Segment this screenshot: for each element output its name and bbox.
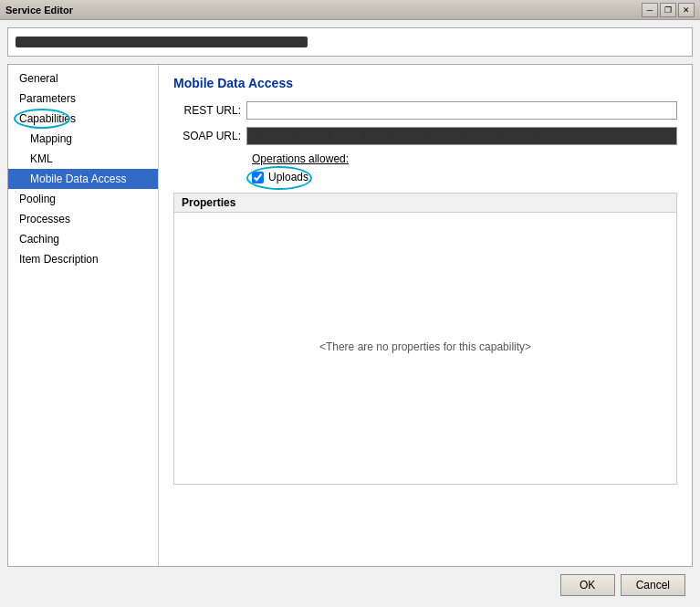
section-title: Mobile Data Access bbox=[173, 76, 677, 90]
restore-button[interactable]: ❐ bbox=[660, 3, 676, 17]
sidebar-item-kml-label: KML bbox=[30, 152, 53, 165]
sidebar: General Parameters Capabilities Mapping … bbox=[8, 65, 159, 566]
soap-url-input[interactable] bbox=[246, 127, 677, 145]
properties-panel: Properties <There are no properties for … bbox=[173, 193, 677, 485]
no-properties-text: <There are no properties for this capabi… bbox=[319, 340, 531, 353]
sidebar-item-mobile-data-access[interactable]: Mobile Data Access bbox=[8, 169, 158, 189]
soap-url-label: SOAP URL: bbox=[173, 130, 246, 142]
sidebar-item-general-label: General bbox=[19, 72, 58, 85]
sidebar-item-item-description-label: Item Description bbox=[19, 253, 99, 266]
soap-url-row: SOAP URL: bbox=[173, 127, 677, 145]
sidebar-item-processes[interactable]: Processes bbox=[8, 209, 158, 229]
sidebar-item-parameters-label: Parameters bbox=[19, 92, 76, 105]
ok-button[interactable]: OK bbox=[560, 574, 615, 596]
sidebar-item-processes-label: Processes bbox=[19, 213, 70, 225]
sidebar-item-item-description[interactable]: Item Description bbox=[8, 249, 158, 269]
rest-url-row: REST URL: bbox=[173, 101, 677, 120]
content-area: General Parameters Capabilities Mapping … bbox=[7, 64, 693, 567]
sidebar-item-mapping-label: Mapping bbox=[30, 132, 72, 145]
sidebar-item-capabilities-label: Capabilities bbox=[19, 112, 76, 125]
main-window: General Parameters Capabilities Mapping … bbox=[0, 20, 700, 607]
sidebar-item-parameters[interactable]: Parameters bbox=[8, 89, 158, 109]
top-bar bbox=[7, 27, 693, 57]
sidebar-item-caching[interactable]: Caching bbox=[8, 229, 158, 249]
uploads-row: Uploads bbox=[252, 171, 677, 183]
main-content: Mobile Data Access REST URL: SOAP URL: O… bbox=[159, 65, 692, 566]
rest-url-input[interactable] bbox=[246, 101, 677, 120]
properties-header: Properties bbox=[174, 194, 676, 213]
close-button[interactable]: ✕ bbox=[678, 3, 695, 17]
rest-url-label: REST URL: bbox=[173, 104, 246, 117]
properties-body: <There are no properties for this capabi… bbox=[174, 213, 676, 481]
sidebar-item-capabilities[interactable]: Capabilities bbox=[8, 109, 158, 129]
minimize-button[interactable]: ─ bbox=[642, 3, 658, 17]
uploads-label: Uploads bbox=[268, 171, 308, 183]
uploads-checkbox[interactable] bbox=[252, 172, 264, 183]
top-bar-content bbox=[16, 37, 308, 47]
sidebar-item-mapping[interactable]: Mapping bbox=[8, 129, 158, 149]
title-bar-text: Service Editor bbox=[5, 5, 642, 16]
cancel-button[interactable]: Cancel bbox=[621, 574, 685, 596]
sidebar-item-pooling[interactable]: Pooling bbox=[8, 189, 158, 209]
title-bar: Service Editor ─ ❐ ✕ bbox=[0, 0, 700, 20]
sidebar-item-kml[interactable]: KML bbox=[8, 149, 158, 169]
sidebar-item-mobile-data-access-label: Mobile Data Access bbox=[30, 173, 126, 185]
bottom-bar: OK Cancel bbox=[7, 567, 693, 600]
sidebar-item-caching-label: Caching bbox=[19, 233, 59, 246]
title-bar-buttons: ─ ❐ ✕ bbox=[642, 3, 695, 17]
sidebar-item-pooling-label: Pooling bbox=[19, 193, 56, 205]
operations-allowed-label: Operations allowed: bbox=[252, 152, 677, 165]
sidebar-item-general[interactable]: General bbox=[8, 68, 158, 89]
